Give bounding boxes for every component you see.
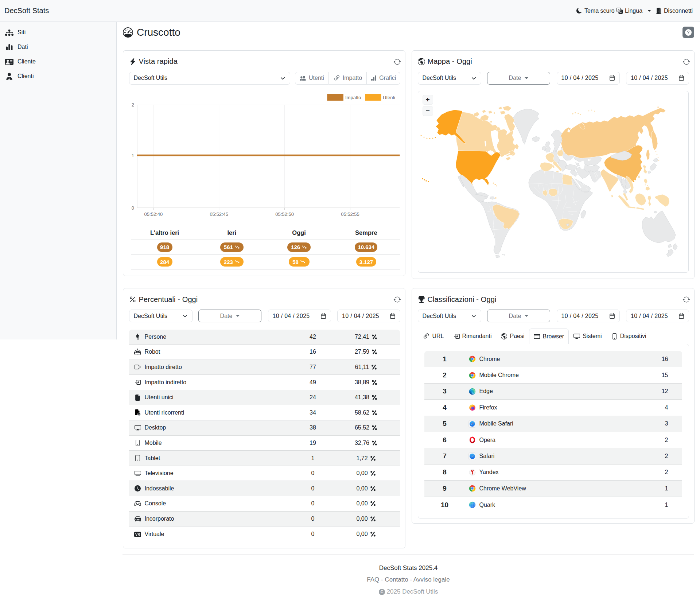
svg-text:05:52:55: 05:52:55 <box>341 211 359 217</box>
svg-text:2: 2 <box>131 102 134 108</box>
svg-text:0: 0 <box>131 205 134 210</box>
svg-text:C: C <box>380 590 383 594</box>
svg-text:1: 1 <box>131 152 134 158</box>
svg-text:05:52:45: 05:52:45 <box>210 211 228 217</box>
svg-text:05:52:50: 05:52:50 <box>275 211 294 217</box>
svg-text:Utenti: Utenti <box>383 95 395 100</box>
svg-text:Impatto: Impatto <box>345 95 361 100</box>
svg-text:05:52:40: 05:52:40 <box>144 211 163 217</box>
